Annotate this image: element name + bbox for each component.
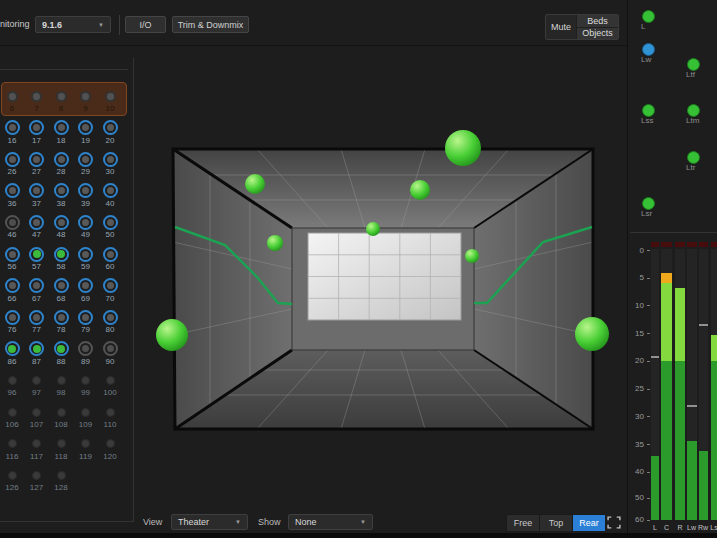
object-sphere-3[interactable] [156,319,188,351]
object-sphere-4[interactable] [366,222,380,236]
view-dropdown[interactable]: Theater ▼ [171,514,248,530]
channel-number: 97 [26,388,48,397]
channel-127[interactable] [32,471,41,480]
channel-number: 50 [99,230,121,239]
channel-110[interactable] [106,408,115,417]
channel-26[interactable] [5,152,20,167]
channel-57[interactable] [29,247,44,262]
object-sphere-6[interactable] [445,130,481,166]
channel-60[interactable] [103,247,118,262]
channel-8[interactable] [56,91,67,102]
room-view[interactable] [137,115,633,510]
channel-18[interactable] [54,120,69,135]
channel-59[interactable] [78,247,93,262]
channel-70[interactable] [103,278,118,293]
channel-40[interactable] [103,183,118,198]
channel-7[interactable] [31,91,42,102]
view-rear-button[interactable]: Rear [572,514,606,532]
channel-number: 120 [99,452,121,461]
view-top-button[interactable]: Top [539,514,572,532]
channel-128[interactable] [57,471,66,480]
channel-number: 58 [50,262,72,271]
meter-bright-C [661,283,672,361]
channel-47[interactable] [29,215,44,230]
channel-78[interactable] [54,310,69,325]
object-sphere-7[interactable] [465,249,479,263]
channel-number: 70 [99,294,121,303]
object-sphere-5[interactable] [410,180,430,200]
channel-69[interactable] [78,278,93,293]
channel-29[interactable] [78,152,93,167]
channel-90[interactable] [103,341,118,356]
channel-56[interactable] [5,247,20,262]
channel-100[interactable] [106,376,115,385]
channel-27[interactable] [29,152,44,167]
mute-button[interactable]: Mute [546,15,577,39]
channel-58[interactable] [54,247,69,262]
channel-number: 28 [50,167,72,176]
trim-downmix-button[interactable]: Trim & Downmix [172,16,249,33]
meter-bright-R [675,288,685,361]
channel-79[interactable] [78,310,93,325]
channel-76[interactable] [5,310,20,325]
show-dropdown[interactable]: None ▼ [288,514,373,530]
channel-28[interactable] [54,152,69,167]
channel-109[interactable] [81,408,90,417]
channel-126[interactable] [8,471,17,480]
channel-number: 16 [1,136,23,145]
channel-120[interactable] [106,439,115,448]
channel-99[interactable] [81,376,90,385]
channel-107[interactable] [32,408,41,417]
channel-108[interactable] [57,408,66,417]
channel-97[interactable] [32,376,41,385]
channel-89[interactable] [78,341,93,356]
channel-19[interactable] [78,120,93,135]
channel-10[interactable] [105,91,116,102]
channel-37[interactable] [29,183,44,198]
channel-6[interactable] [7,91,18,102]
mute-objects-button[interactable]: Objects [577,28,618,40]
channel-80[interactable] [103,310,118,325]
channel-86[interactable] [5,341,20,356]
channel-number: 96 [1,388,23,397]
object-sphere-1[interactable] [245,174,265,194]
channel-36[interactable] [5,183,20,198]
channel-20[interactable] [103,120,118,135]
channel-67[interactable] [29,278,44,293]
channel-number: 109 [75,420,97,429]
monitoring-format-dropdown[interactable]: 9.1.6 ▼ [35,16,111,33]
channel-48[interactable] [54,215,69,230]
channel-118[interactable] [57,439,66,448]
channel-116[interactable] [8,439,17,448]
channel-66[interactable] [5,278,20,293]
channel-30[interactable] [103,152,118,167]
channel-core [8,345,16,353]
mute-beds-button[interactable]: Beds [577,15,618,28]
channel-117[interactable] [32,439,41,448]
channel-106[interactable] [8,408,17,417]
channel-49[interactable] [78,215,93,230]
channel-46[interactable] [5,215,20,230]
io-button[interactable]: I/O [125,16,166,33]
channel-core [58,187,65,194]
fullscreen-icon[interactable] [607,516,621,529]
channel-number: 60 [99,262,121,271]
cinema-screen [308,233,461,320]
channel-119[interactable] [81,439,90,448]
object-sphere-2[interactable] [267,235,283,251]
channel-98[interactable] [57,376,66,385]
channel-38[interactable] [54,183,69,198]
channel-88[interactable] [54,341,69,356]
channel-50[interactable] [103,215,118,230]
channel-68[interactable] [54,278,69,293]
channel-39[interactable] [78,183,93,198]
channel-9[interactable] [80,91,91,102]
channel-16[interactable] [5,120,20,135]
channel-17[interactable] [29,120,44,135]
channel-87[interactable] [29,341,44,356]
object-sphere-8[interactable] [575,317,609,351]
channel-number: 20 [99,136,121,145]
channel-77[interactable] [29,310,44,325]
view-free-button[interactable]: Free [506,514,539,532]
channel-96[interactable] [8,376,17,385]
